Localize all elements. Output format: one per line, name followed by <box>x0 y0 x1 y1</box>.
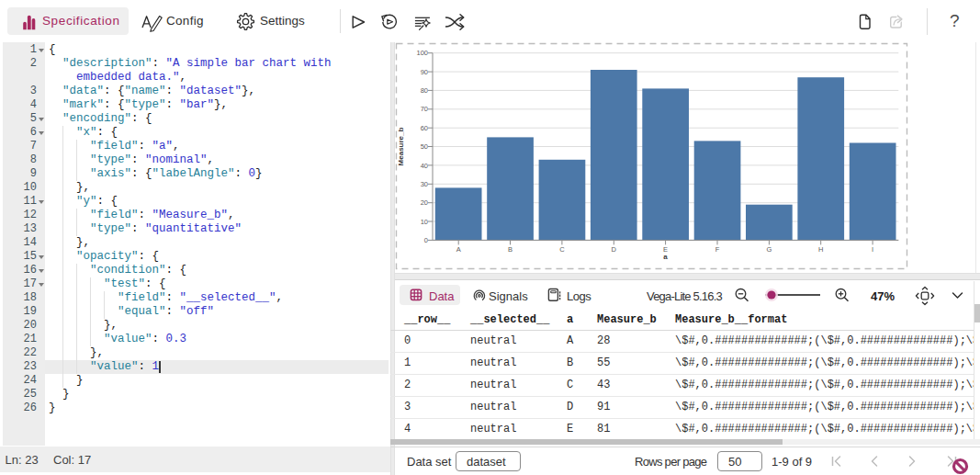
svg-text:10: 10 <box>421 218 428 226</box>
svg-text:H: H <box>818 245 823 254</box>
svg-text:0: 0 <box>424 236 428 244</box>
svg-text:100: 100 <box>416 49 428 57</box>
svg-text:a: a <box>663 253 668 261</box>
svg-text:F: F <box>715 245 720 254</box>
svg-text:80: 80 <box>421 86 428 95</box>
svg-text:Measure_b: Measure_b <box>397 127 405 165</box>
svg-text:50: 50 <box>421 142 428 151</box>
svg-text:C: C <box>559 245 565 254</box>
svg-text:30: 30 <box>421 180 428 188</box>
svg-text:20: 20 <box>421 198 428 207</box>
svg-text:I: I <box>872 245 873 254</box>
svg-text:D: D <box>612 245 617 254</box>
svg-text:G: G <box>766 245 772 254</box>
svg-text:90: 90 <box>421 68 428 76</box>
svg-text:B: B <box>508 245 513 254</box>
svg-text:70: 70 <box>421 105 428 113</box>
svg-text:60: 60 <box>421 124 428 132</box>
svg-text:A: A <box>456 245 461 254</box>
svg-text:40: 40 <box>421 162 428 170</box>
